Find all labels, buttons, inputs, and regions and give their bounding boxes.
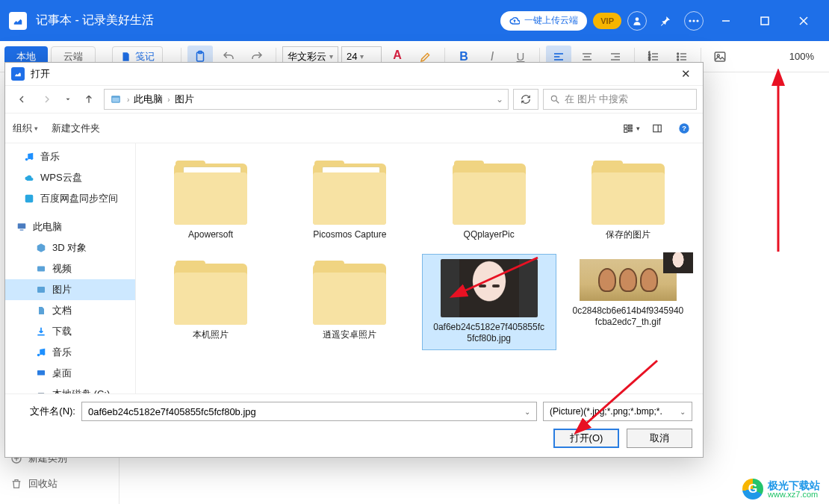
preview-pane-button[interactable] xyxy=(646,119,668,138)
sidebar-item-11[interactable]: 本地磁盘 (C:) xyxy=(5,384,135,393)
insert-image-icon[interactable] xyxy=(707,46,733,68)
crumb-pc[interactable]: 此电脑 xyxy=(134,93,163,106)
nav-forward-button[interactable] xyxy=(37,89,58,110)
svg-point-0 xyxy=(636,17,639,21)
sidebar-item-label: 音乐 xyxy=(40,150,60,164)
music-icon xyxy=(35,346,47,358)
svg-rect-53 xyxy=(20,230,24,231)
view-mode-button[interactable]: ▾ xyxy=(619,119,642,138)
close-button[interactable] xyxy=(787,4,820,37)
user-icon[interactable] xyxy=(627,11,647,31)
svg-rect-54 xyxy=(37,267,45,272)
filename-input[interactable]: 0af6eb24c5182e7f405855fc5fcf80b.jpg ⌄ xyxy=(81,402,537,421)
crumb-pictures[interactable]: 图片 xyxy=(175,93,194,106)
help-button[interactable]: ? xyxy=(673,119,695,138)
folder-icon xyxy=(170,159,252,225)
file-name: Picosmos Capture xyxy=(313,229,386,241)
sidebar-item-label: 本地磁盘 (C:) xyxy=(52,388,110,393)
image-thumbnail xyxy=(580,259,677,301)
svg-rect-43 xyxy=(628,127,632,128)
svg-point-1 xyxy=(689,19,691,22)
sidebar-item-label: 此电脑 xyxy=(33,220,62,234)
file-name: 0c2848cb6e614b4f9345940fcba2edc7_th.gif xyxy=(572,305,684,329)
svg-rect-40 xyxy=(624,125,627,128)
sidebar-item-1[interactable]: WPS云盘 xyxy=(5,167,135,188)
open-file-dialog: 打开 ✕ › 此电脑 › 图片 ⌄ 在 图片 中搜索 组织▾ 新建文件夹 ▾ ? xyxy=(4,62,704,458)
sidebar-item-label: 百度网盘同步空间 xyxy=(40,192,118,205)
file-item[interactable]: 逍遥安卓照片 xyxy=(282,254,417,350)
dialog-icon xyxy=(11,67,25,81)
svg-point-57 xyxy=(43,353,46,356)
new-folder-button[interactable]: 新建文件夹 xyxy=(52,122,100,135)
svg-rect-45 xyxy=(653,125,662,131)
nav-history-button[interactable] xyxy=(62,89,74,110)
cloud-icon xyxy=(23,172,35,184)
search-input[interactable]: 在 图片 中搜索 xyxy=(543,89,697,110)
sidebar-item-label: 文档 xyxy=(52,304,72,317)
svg-rect-41 xyxy=(624,129,627,132)
titlebar: 记事本 - 记录美好生活 一键上传云端 VIP xyxy=(0,0,829,41)
watermark-logo: G xyxy=(742,479,763,500)
sidebar-item-5[interactable]: 视频 xyxy=(5,258,135,279)
sidebar-item-label: 桌面 xyxy=(52,367,72,380)
sidebar-item-6[interactable]: 图片 xyxy=(5,279,135,300)
organize-button[interactable]: 组织▾ xyxy=(13,122,38,135)
file-item[interactable]: Picosmos Capture xyxy=(282,154,417,246)
svg-rect-58 xyxy=(37,370,45,376)
cloud-upload-button[interactable]: 一键上传云端 xyxy=(500,11,587,31)
svg-line-39 xyxy=(556,101,559,104)
file-grid: ApowersoftPicosmos CaptureQQplayerPic保存的… xyxy=(136,143,703,393)
pin-icon[interactable] xyxy=(653,8,678,34)
sidebar-item-9[interactable]: 音乐 xyxy=(5,342,135,363)
sidebar-item-10[interactable]: 桌面 xyxy=(5,363,135,384)
zoom-level[interactable]: 100% xyxy=(779,51,825,62)
cube-icon xyxy=(35,242,47,254)
minimize-button[interactable] xyxy=(710,4,742,37)
svg-rect-42 xyxy=(628,125,632,126)
open-button[interactable]: 打开(O) xyxy=(553,429,619,448)
sidebar-item-label: 视频 xyxy=(52,262,72,276)
more-icon[interactable] xyxy=(684,11,704,31)
cloud-upload-label: 一键上传云端 xyxy=(524,14,578,27)
svg-rect-52 xyxy=(18,223,26,228)
drive-icon xyxy=(35,388,47,393)
dialog-title: 打开 xyxy=(31,67,50,81)
nav-up-button[interactable] xyxy=(78,89,99,110)
file-item[interactable]: Apowersoft xyxy=(143,154,278,246)
sidebar-item-0[interactable]: 音乐 xyxy=(5,146,135,167)
nav-back-button[interactable] xyxy=(11,89,32,110)
file-type-filter[interactable]: (Picture)(*.jpg;*.png;*.bmp;*. ⌄ xyxy=(543,402,692,421)
file-item[interactable]: 本机照片 xyxy=(143,254,278,350)
sidebar-item-8[interactable]: 下载 xyxy=(5,321,135,342)
music-icon xyxy=(23,151,35,163)
breadcrumb[interactable]: › 此电脑 › 图片 ⌄ xyxy=(104,89,509,110)
search-icon xyxy=(550,94,560,105)
file-item[interactable]: 0af6eb24c5182e7f405855fc5fcf80b.jpg xyxy=(422,254,556,350)
file-item[interactable]: 保存的图片 xyxy=(561,154,695,246)
dialog-titlebar: 打开 ✕ xyxy=(5,63,703,85)
refresh-button[interactable] xyxy=(513,89,538,110)
image-folder-icon xyxy=(109,94,122,105)
cancel-button[interactable]: 取消 xyxy=(627,429,692,448)
sidebar-item-3[interactable]: 此电脑 xyxy=(5,217,135,237)
dialog-close-button[interactable]: ✕ xyxy=(674,63,697,85)
dialog-nav: › 此电脑 › 图片 ⌄ 在 图片 中搜索 xyxy=(5,85,703,113)
sidebar-item-7[interactable]: 文档 xyxy=(5,300,135,321)
vip-badge[interactable]: VIP xyxy=(593,13,621,29)
sidebar-item-2[interactable]: 百度网盘同步空间 xyxy=(5,188,135,209)
svg-point-30 xyxy=(677,59,679,60)
file-item[interactable]: QQplayerPic xyxy=(422,154,556,246)
filename-label: 文件名(N): xyxy=(16,405,75,418)
download-icon xyxy=(35,326,47,337)
svg-rect-31 xyxy=(715,52,725,61)
watermark-name: 极光下载站 xyxy=(768,480,820,491)
sidebar-item-label: WPS云盘 xyxy=(40,171,82,184)
sidebar-recycle[interactable]: 回收站 xyxy=(0,471,119,497)
sidebar-item-4[interactable]: 3D 对象 xyxy=(5,237,135,258)
doc-icon xyxy=(35,305,47,317)
svg-point-50 xyxy=(31,158,34,161)
file-name: 0af6eb24c5182e7f405855fc5fcf80b.jpg xyxy=(433,322,545,345)
maximize-button[interactable] xyxy=(748,4,781,37)
svg-rect-37 xyxy=(112,98,119,102)
svg-text:3: 3 xyxy=(648,57,651,61)
